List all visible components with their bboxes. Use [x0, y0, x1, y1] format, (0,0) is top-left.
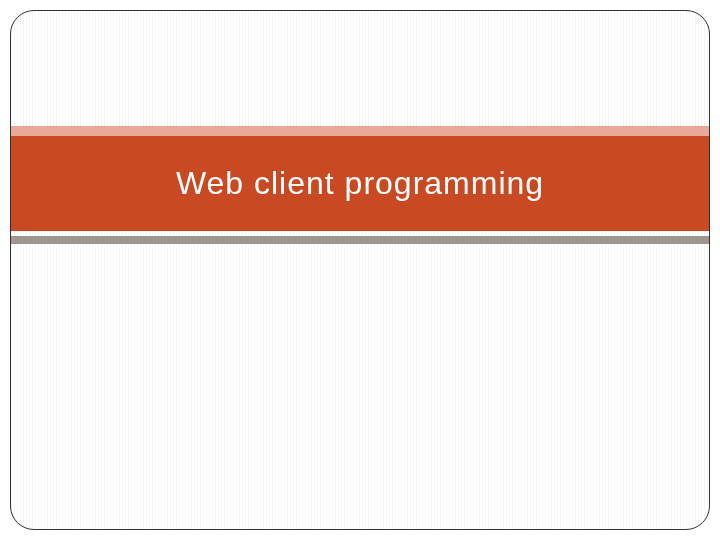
slide-title: Web client programming — [176, 165, 544, 202]
top-accent-bar — [11, 126, 709, 136]
title-band: Web client programming — [11, 136, 709, 231]
slide-container: Web client programming — [10, 10, 710, 530]
bottom-accent-bar — [11, 236, 709, 244]
